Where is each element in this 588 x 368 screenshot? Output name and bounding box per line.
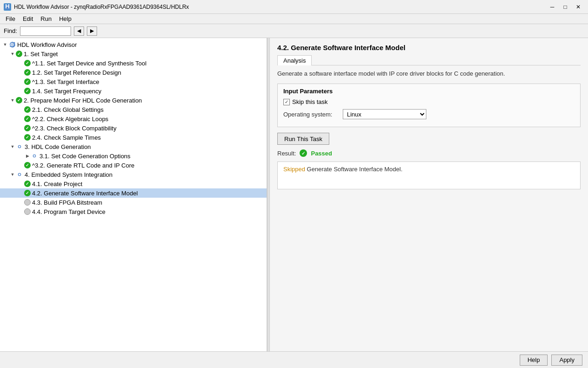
gear-icon-3-1 [31, 152, 38, 160]
os-row: Operating system: Linux Windows [283, 109, 575, 119]
menu-file[interactable]: File [2, 14, 19, 23]
tree-label-2-3: ^2.3. Check Block Compatibility [32, 125, 117, 132]
skip-task-checkbox[interactable] [283, 99, 290, 105]
tree-arrow-1: ▼ [9, 51, 16, 57]
minimize-button[interactable]: ─ [546, 2, 558, 12]
tree-item-2-3[interactable]: ✓ ^2.3. Check Block Compatibility [0, 123, 267, 133]
os-select[interactable]: Linux Windows [343, 109, 426, 119]
svg-text:H: H [5, 4, 9, 10]
output-box: Skipped Generate Software Interface Mode… [277, 161, 581, 189]
tree-label-2-2: ^2.2. Check Algebraic Loops [32, 116, 108, 123]
tree-label-2-4: 2.4. Check Sample Times [32, 134, 101, 141]
tree-label-4-4: 4.4. Program Target Device [32, 208, 105, 215]
forward-button[interactable]: ▶ [87, 26, 97, 36]
tree-item-1-4[interactable]: ✓ 1.4. Set Target Frequency [0, 86, 267, 96]
tree-label-3: 3. HDL Code Generation [25, 143, 91, 150]
result-pass-text: Passed [311, 150, 332, 157]
left-panel: ▼ HDL Workflow Advisor ▼ ✓ 1. Set Target… [0, 38, 267, 351]
result-row: Result: ✓ Passed [277, 149, 581, 157]
result-pass-icon: ✓ [300, 149, 307, 157]
tree-arrow-2: ▼ [9, 97, 16, 103]
tree-arrow-3: ▼ [9, 143, 16, 150]
gear-icon-3 [16, 143, 23, 150]
status-icon-2: ✓ [16, 97, 22, 103]
tree-label-4-3: 4.3. Build FPGA Bitstream [32, 199, 102, 206]
skip-task-row: Skip this task [283, 98, 575, 105]
status-icon-4-1: ✓ [24, 181, 31, 187]
tree-item-2-2[interactable]: ✓ ^2.2. Check Algebraic Loops [0, 114, 267, 123]
status-icon-1: ✓ [16, 51, 22, 57]
status-icon-4-2: ✓ [24, 190, 31, 196]
close-button[interactable]: ✕ [572, 2, 584, 12]
tab-analysis[interactable]: Analysis [277, 55, 312, 65]
tree-item-3[interactable]: ▼ 3. HDL Code Generation [0, 142, 267, 151]
back-button[interactable]: ◀ [74, 26, 84, 36]
output-text: Generate Software Interface Model. [305, 166, 403, 173]
status-icon-1-2: ✓ [24, 69, 31, 76]
status-icon-3-2: ✓ [24, 162, 31, 168]
tree-item-2[interactable]: ▼ ✓ 2. Prepare Model For HDL Code Genera… [0, 96, 267, 105]
menu-bar: File Edit Run Help [0, 14, 588, 24]
status-icon-1-3: ✓ [24, 78, 31, 85]
tree-label-1-4: 1.4. Set Target Frequency [32, 88, 101, 95]
os-label: Operating system: [283, 111, 339, 118]
app-icon: H [4, 3, 11, 11]
skipped-label: Skipped [283, 166, 305, 173]
toolbar: Find: ◀ ▶ [0, 24, 588, 38]
input-params-group: Input Parameters Skip this task Operatin… [277, 84, 581, 127]
tree-item-2-4[interactable]: ✓ 2.4. Check Sample Times [0, 133, 267, 142]
svg-point-2 [18, 145, 20, 148]
tree-item-2-1[interactable]: ✓ 2.1. Check Global Settings [0, 105, 267, 114]
tree-label-1-2: 1.2. Set Target Reference Design [32, 69, 121, 76]
window-controls: ─ □ ✕ [546, 2, 584, 12]
tree-item-1-1[interactable]: ✓ ^1.1. Set Target Device and Synthesis … [0, 58, 267, 68]
find-input[interactable] [20, 26, 71, 36]
help-button[interactable]: Help [520, 355, 548, 366]
tree-label-4-2: 4.2. Generate Software Interface Model [32, 190, 138, 197]
skip-task-label[interactable]: Skip this task [283, 98, 328, 105]
tree-item-1[interactable]: ▼ ✓ 1. Set Target [0, 49, 267, 58]
tree-item-4-1[interactable]: ✓ 4.1. Create Project [0, 179, 267, 188]
window-title: HDL Workflow Advisor - zynqRadioRxFPGAAD… [14, 4, 546, 10]
svg-point-4 [18, 173, 20, 175]
tree-label-3-1: 3.1. Set Code Generation Options [39, 153, 131, 160]
root-gear-icon [8, 41, 16, 48]
status-icon-2-4: ✓ [24, 134, 31, 141]
tree-label-4: 4. Embedded System Integration [25, 171, 112, 178]
skip-task-text: Skip this task [292, 98, 328, 105]
tree-label-2-1: 2.1. Check Global Settings [32, 106, 104, 113]
status-icon-2-2: ✓ [24, 116, 31, 122]
tree-arrow-3-1: ▶ [24, 153, 31, 159]
tree-item-4-2[interactable]: ✓ 4.2. Generate Software Interface Model [0, 188, 267, 198]
tree-label-1-3: ^1.3. Set Target Interface [32, 78, 99, 85]
bottom-bar: Help Apply [0, 351, 588, 368]
menu-help[interactable]: Help [55, 14, 75, 23]
title-bar: H HDL Workflow Advisor - zynqRadioRxFPGA… [0, 0, 588, 14]
tree-item-4-3[interactable]: 4.3. Build FPGA Bitstream [0, 198, 267, 207]
section-title: 4.2. Generate Software Interface Model [277, 44, 581, 52]
tree-label-2: 2. Prepare Model For HDL Code Generation [24, 97, 142, 104]
tree-arrow-4: ▼ [9, 171, 16, 178]
tree-item-4[interactable]: ▼ 4. Embedded System Integration [0, 170, 267, 179]
status-icon-2-1: ✓ [24, 106, 31, 113]
run-task-button[interactable]: Run This Task [277, 133, 329, 145]
menu-edit[interactable]: Edit [19, 14, 37, 23]
tree-item-4-4[interactable]: 4.4. Program Target Device [0, 207, 267, 216]
maximize-button[interactable]: □ [559, 2, 571, 12]
tree-item-3-2[interactable]: ✓ ^3.2. Generate RTL Code and IP Core [0, 161, 267, 170]
tree-item-3-1[interactable]: ▶ 3.1. Set Code Generation Options [0, 151, 267, 161]
find-label: Find: [4, 27, 17, 34]
tree-label-4-1: 4.1. Create Project [32, 181, 82, 187]
gear-icon-4 [16, 171, 23, 178]
tree-item-1-3[interactable]: ✓ ^1.3. Set Target Interface [0, 77, 267, 86]
apply-button[interactable]: Apply [551, 355, 582, 366]
tree-item-1-2[interactable]: ✓ 1.2. Set Target Reference Design [0, 68, 267, 77]
tree-root-label: HDL Workflow Advisor [17, 41, 77, 48]
tree-label-1: 1. Set Target [24, 51, 58, 58]
tree-root[interactable]: ▼ HDL Workflow Advisor [0, 40, 267, 49]
tree-label-3-2: ^3.2. Generate RTL Code and IP Core [32, 162, 135, 169]
right-content: 4.2. Generate Software Interface Model A… [270, 38, 588, 351]
status-icon-2-3: ✓ [24, 125, 31, 131]
menu-run[interactable]: Run [37, 14, 55, 23]
main-layout: ▼ HDL Workflow Advisor ▼ ✓ 1. Set Target… [0, 38, 588, 351]
